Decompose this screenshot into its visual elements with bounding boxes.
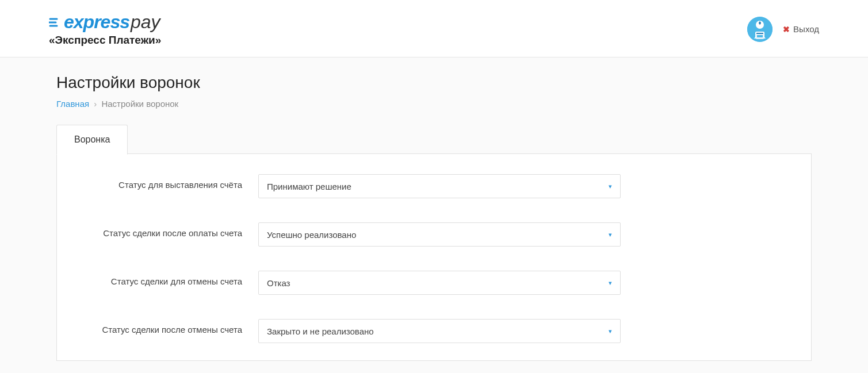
breadcrumb-current: Настройки воронок xyxy=(101,99,178,109)
select-status-after-payment[interactable]: Успешно реализовано ▾ xyxy=(258,222,621,247)
logo[interactable]: expresspay «Экспресс Платежи» xyxy=(49,11,161,47)
logout-label: Выход xyxy=(793,24,819,34)
logout-link[interactable]: ✖ Выход xyxy=(783,24,819,34)
close-icon: ✖ xyxy=(783,25,790,34)
logo-text-pay: pay xyxy=(131,11,160,33)
chevron-down-icon: ▾ xyxy=(609,183,612,190)
form-label: Статус для выставления счёта xyxy=(80,174,258,191)
select-value: Успешно реализовано xyxy=(267,230,356,240)
select-value: Отказ xyxy=(267,278,290,288)
logo-text-express: express xyxy=(64,11,129,33)
breadcrumb-separator: › xyxy=(94,99,97,109)
chevron-down-icon: ▾ xyxy=(609,231,612,239)
select-value: Принимают решение xyxy=(267,182,351,191)
select-status-for-cancel[interactable]: Отказ ▾ xyxy=(258,271,621,295)
form-row: Статус сделки после отмены счета Закрыто… xyxy=(80,319,788,343)
form-label: Статус сделки после оплаты счета xyxy=(80,222,258,239)
form-panel: Статус для выставления счёта Принимают р… xyxy=(56,153,812,361)
header: expresspay «Экспресс Платежи» ✖ Вы xyxy=(0,0,868,57)
select-status-invoice[interactable]: Принимают решение ▾ xyxy=(258,174,621,198)
select-value: Закрыто и не реализовано xyxy=(267,326,374,336)
chevron-down-icon: ▾ xyxy=(609,279,612,287)
form-row: Статус сделки для отмены счета Отказ ▾ xyxy=(80,271,788,295)
breadcrumb-home[interactable]: Главная xyxy=(56,99,89,109)
breadcrumb: Главная › Настройки воронок xyxy=(56,99,812,109)
avatar[interactable] xyxy=(747,17,773,42)
logo-speed-icon xyxy=(49,11,63,33)
form-row: Статус для выставления счёта Принимают р… xyxy=(80,174,788,198)
logo-subtitle: «Экспресс Платежи» xyxy=(49,34,161,47)
form-label: Статус сделки для отмены счета xyxy=(80,271,258,287)
page-title: Настройки воронок xyxy=(56,74,812,92)
select-status-after-cancel[interactable]: Закрыто и не реализовано ▾ xyxy=(258,319,621,343)
chevron-down-icon: ▾ xyxy=(609,328,612,335)
svg-rect-5 xyxy=(757,35,763,37)
form-row: Статус сделки после оплаты счета Успешно… xyxy=(80,222,788,247)
form-label: Статус сделки после отмены счета xyxy=(80,319,258,336)
tab-funnel[interactable]: Воронка xyxy=(56,125,128,155)
